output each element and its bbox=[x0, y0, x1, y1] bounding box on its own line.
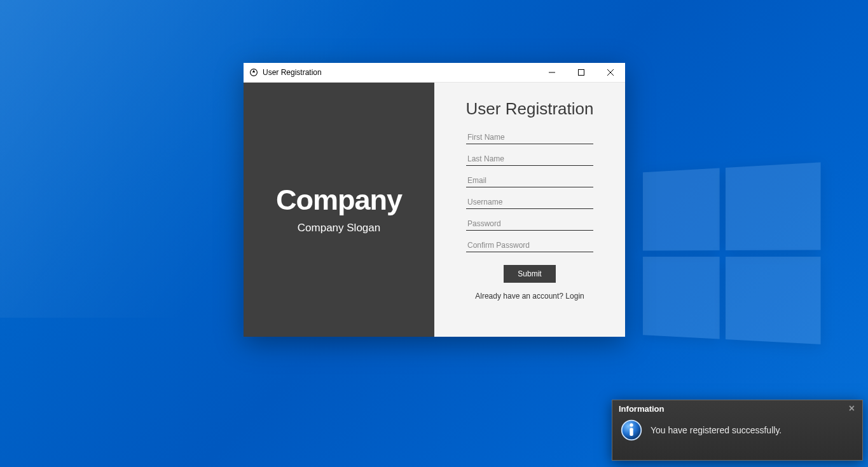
registration-window: User Registration Company Company Slogan… bbox=[244, 63, 625, 337]
minimize-button[interactable] bbox=[537, 63, 567, 83]
brand-panel: Company Company Slogan bbox=[244, 83, 434, 337]
first-name-field[interactable] bbox=[466, 130, 593, 144]
svg-rect-7 bbox=[630, 428, 633, 436]
windows-logo bbox=[643, 163, 816, 351]
toast-title: Information bbox=[619, 404, 665, 414]
form-title: User Registration bbox=[466, 99, 594, 119]
app-icon bbox=[249, 67, 259, 78]
maximize-button[interactable] bbox=[567, 63, 596, 83]
svg-rect-2 bbox=[579, 70, 584, 76]
login-link[interactable]: Already have an account? Login bbox=[475, 292, 584, 301]
close-button[interactable] bbox=[596, 63, 625, 83]
company-slogan: Company Slogan bbox=[298, 222, 380, 234]
submit-button[interactable]: Submit bbox=[504, 265, 555, 283]
window-title: User Registration bbox=[263, 68, 322, 77]
last-name-field[interactable] bbox=[466, 152, 593, 166]
username-field[interactable] bbox=[466, 195, 593, 209]
notification-toast: Information × You have registered succes… bbox=[612, 400, 863, 461]
svg-point-6 bbox=[630, 423, 633, 426]
email-field[interactable] bbox=[466, 173, 593, 187]
toast-close-button[interactable]: × bbox=[848, 403, 856, 414]
confirm-password-field[interactable] bbox=[466, 238, 593, 252]
titlebar: User Registration bbox=[244, 63, 625, 83]
form-panel: User Registration Submit Already have an… bbox=[434, 83, 625, 337]
company-name: Company bbox=[276, 186, 402, 214]
password-field[interactable] bbox=[466, 217, 593, 231]
info-icon bbox=[620, 419, 643, 442]
toast-message: You have registered successfully. bbox=[651, 425, 782, 435]
